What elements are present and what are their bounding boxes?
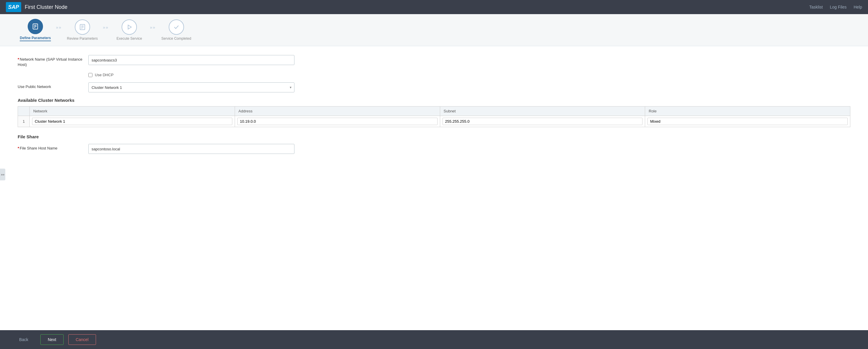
row-subnet-input[interactable] [442,118,643,125]
use-public-network-group: Use Public Network Cluster Network 1 Clu… [18,83,850,92]
wizard-arrow-1: »» [56,25,62,35]
wizard-label-execute: Execute Service [117,36,142,41]
row-network-cell [30,116,235,127]
use-public-network-wrapper: Cluster Network 1 Cluster Network 2 ▾ [88,83,294,92]
sidebar-toggle[interactable]: »» [0,169,5,180]
next-button[interactable]: Next [40,334,64,345]
header-nav: Tasklist Log Files Help [809,5,862,9]
table-header-row: Network Address Subnet Role [18,106,850,116]
wizard-step-execute-service[interactable]: Execute Service [112,20,147,41]
log-files-link[interactable]: Log Files [830,5,846,9]
file-share-host-input[interactable] [88,144,294,154]
network-name-required: * [18,57,19,62]
wizard-label-define: Define Parameters [20,36,51,41]
help-link[interactable]: Help [854,5,862,9]
back-button[interactable]: Back [12,334,36,345]
row-role-cell [645,116,850,127]
wizard-icon-completed [169,20,184,35]
col-network: Network [30,106,235,116]
cancel-button[interactable]: Cancel [68,334,96,345]
wizard-icon-review [75,20,90,35]
tasklist-link[interactable]: Tasklist [809,5,823,9]
row-num-1: 1 [18,116,30,127]
wizard-icon-execute [122,20,137,35]
file-share-required: * [18,146,19,150]
network-name-group: *Network Name (SAP Virtual Instance Host… [18,55,850,67]
row-role-input[interactable] [648,118,848,125]
wizard-step-review-parameters[interactable]: Review Parameters [65,20,100,41]
use-dhcp-label: Use DHCP [95,73,114,77]
use-dhcp-checkbox[interactable] [88,73,92,77]
network-name-label: *Network Name (SAP Virtual Instance Host… [18,55,83,67]
wizard-label-review: Review Parameters [67,36,98,41]
app-title: First Cluster Node [25,4,67,10]
use-dhcp-group: Use DHCP [88,73,850,77]
wizard-arrow-3: »» [150,25,156,35]
wizard-step-service-completed[interactable]: Service Completed [159,20,194,41]
svg-marker-8 [128,25,131,29]
table-row: 1 [18,116,850,127]
use-public-network-label: Use Public Network [18,83,83,90]
use-public-network-select[interactable]: Cluster Network 1 Cluster Network 2 [88,83,294,92]
wizard-label-completed: Service Completed [161,36,191,41]
sap-logo: SAP [6,2,21,12]
row-address-input[interactable] [237,118,437,125]
wizard-arrow-2: »» [103,25,109,35]
file-share-title: File Share [18,134,850,139]
col-address: Address [235,106,440,116]
wizard-steps: Define Parameters »» Review Parameters »… [0,14,868,46]
sap-logo-text: SAP [8,4,19,10]
main-content: *Network Name (SAP Virtual Instance Host… [0,46,868,330]
cluster-networks-table: Network Address Subnet Role 1 [18,106,850,127]
col-role: Role [645,106,850,116]
cluster-networks-title: Available Cluster Networks [18,98,850,103]
network-name-input[interactable] [88,55,294,65]
row-address-cell [235,116,440,127]
row-subnet-cell [440,116,645,127]
file-share-section: File Share *File Share Host Name [18,134,850,154]
file-share-host-group: *File Share Host Name [18,144,850,154]
row-network-input[interactable] [32,118,232,125]
wizard-icon-define [28,19,43,34]
file-share-host-label: *File Share Host Name [18,144,83,151]
wizard-step-define-parameters[interactable]: Define Parameters [18,19,53,41]
app-footer: Back Next Cancel [0,330,868,349]
cluster-networks-section: Available Cluster Networks Network Addre… [18,98,850,127]
col-subnet: Subnet [440,106,645,116]
app-header: SAP First Cluster Node Tasklist Log File… [0,0,868,14]
col-num [18,106,30,116]
